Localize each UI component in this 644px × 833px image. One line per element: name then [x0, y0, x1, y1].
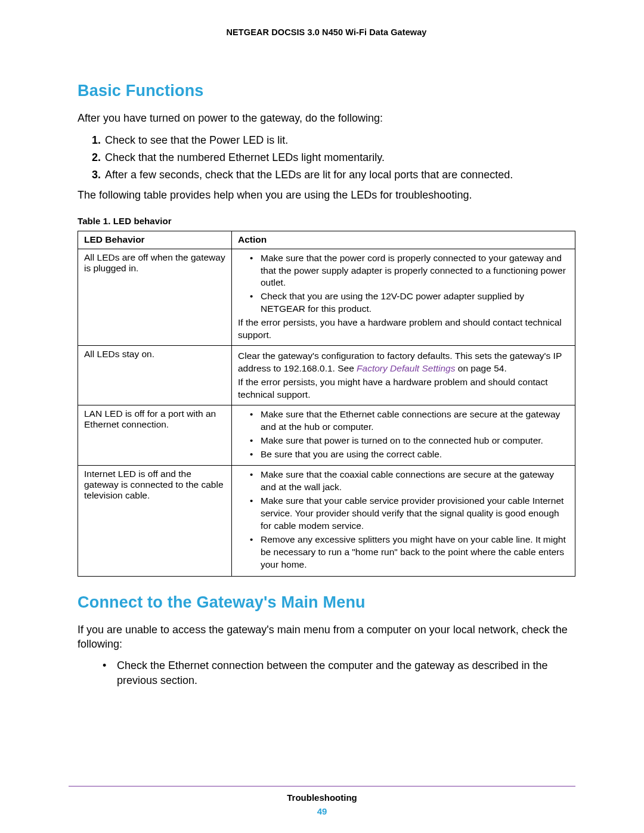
action-cell: Make sure that the power cord is properl… — [232, 249, 575, 345]
action-cell: Clear the gateway's configuration to fac… — [232, 346, 575, 405]
section2-bullets: Check the Ethernet connection between th… — [78, 658, 575, 688]
action-bullet: Check that you are using the 12V-DC powe… — [250, 290, 569, 315]
led-behavior-table: LED Behavior Action All LEDs are off whe… — [78, 231, 575, 577]
steps-list: Check to see that the Power LED is lit. … — [78, 132, 575, 183]
step-item: Check that the numbered Ethernet LEDs li… — [104, 150, 575, 166]
behavior-cell: Internet LED is off and the gateway is c… — [78, 466, 232, 576]
table-row: All LEDs stay on. Clear the gateway's co… — [78, 346, 575, 405]
step-item: After a few seconds, check that the LEDs… — [104, 167, 575, 183]
table-row: All LEDs are off when the gateway is plu… — [78, 249, 575, 345]
table-row: Internet LED is off and the gateway is c… — [78, 466, 575, 576]
action-bullet: Remove any excessive splitters you might… — [250, 534, 569, 571]
action-bullet: Make sure that power is turned on to the… — [250, 435, 569, 447]
after-steps-paragraph: The following table provides help when y… — [78, 188, 575, 202]
action-plain: Clear the gateway's configuration to fac… — [238, 350, 569, 375]
table-header-action: Action — [232, 231, 575, 249]
body-bullet: Check the Ethernet connection between th… — [103, 658, 575, 688]
action-bullet: Make sure that the coaxial cable connect… — [250, 469, 569, 494]
action-bullet: Make sure that the power cord is properl… — [250, 252, 569, 290]
heading-connect-main-menu: Connect to the Gateway's Main Menu — [78, 593, 575, 612]
table-caption: Table 1. LED behavior — [78, 216, 575, 226]
step-item: Check to see that the Power LED is lit. — [104, 132, 575, 148]
xref-factory-default[interactable]: Factory Default Settings — [357, 363, 455, 373]
action-cell: Make sure that the Ethernet cable connec… — [232, 405, 575, 466]
footer-chapter: Troubleshooting — [69, 792, 575, 803]
action-bullet: Be sure that you are using the correct c… — [250, 448, 569, 461]
table-row: LAN LED is off for a port with an Ethern… — [78, 405, 575, 466]
behavior-cell: All LEDs stay on. — [78, 346, 232, 405]
intro-paragraph: After you have turned on power to the ga… — [78, 111, 575, 125]
action-cell: Make sure that the coaxial cable connect… — [232, 466, 575, 576]
footer-page-number: 49 — [69, 806, 575, 816]
behavior-cell: LAN LED is off for a port with an Ethern… — [78, 405, 232, 466]
action-bullet: Make sure that the Ethernet cable connec… — [250, 408, 569, 433]
action-trailing: If the error persists, you have a hardwa… — [238, 317, 569, 342]
page-footer: Troubleshooting 49 — [69, 786, 575, 816]
table-header-behavior: LED Behavior — [78, 231, 232, 249]
section2-intro: If you are unable to access the gateway'… — [78, 623, 575, 652]
footer-rule — [69, 786, 575, 786]
action-bullet: Make sure that your cable service provid… — [250, 495, 569, 532]
behavior-cell: All LEDs are off when the gateway is plu… — [78, 249, 232, 345]
doc-header: NETGEAR DOCSIS 3.0 N450 Wi-Fi Data Gatew… — [78, 24, 575, 70]
heading-basic-functions: Basic Functions — [78, 82, 575, 100]
action-trailing: If the error persists, you might have a … — [238, 376, 569, 401]
